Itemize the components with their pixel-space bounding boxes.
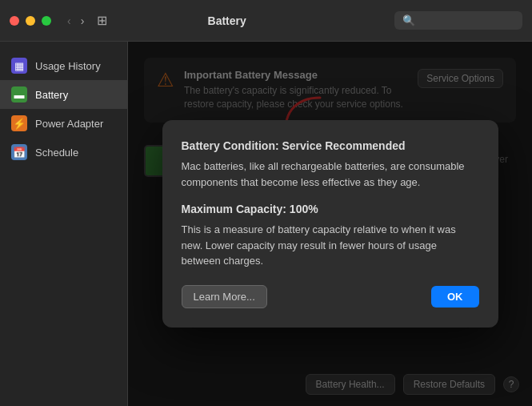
schedule-icon: 📅 <box>11 144 27 160</box>
modal-buttons: Learn More... OK <box>182 285 479 308</box>
sidebar-item-label: Schedule <box>35 147 78 159</box>
content-area: ⚠ Important Battery Message The battery'… <box>128 42 532 406</box>
traffic-lights <box>10 16 51 26</box>
main-area: ▦ Usage History ▬ Battery ⚡ Power Adapte… <box>0 42 532 406</box>
sidebar: ▦ Usage History ▬ Battery ⚡ Power Adapte… <box>0 42 128 406</box>
battery-icon: ▬ <box>11 86 27 103</box>
modal-capacity-title: Maximum Capacity: 100% <box>182 203 479 215</box>
modal-capacity-desc: This is a measure of battery capacity re… <box>182 222 479 269</box>
sidebar-item-label: Usage History <box>35 60 101 72</box>
power-adapter-icon: ⚡ <box>11 115 27 131</box>
close-button[interactable] <box>10 16 19 26</box>
minimize-button[interactable] <box>26 16 35 26</box>
search-bar[interactable]: 🔍 <box>394 11 522 30</box>
modal-condition-desc: Mac batteries, like all rechargeable bat… <box>182 159 479 190</box>
learn-more-button[interactable]: Learn More... <box>182 285 267 308</box>
sidebar-item-schedule[interactable]: 📅 Schedule <box>0 138 127 167</box>
window-title: Battery <box>59 14 394 27</box>
sidebar-item-power-adapter[interactable]: ⚡ Power Adapter <box>0 109 127 138</box>
modal-overlay: Battery Condition: Service Recommended M… <box>128 42 532 406</box>
usage-history-icon: ▦ <box>11 58 27 74</box>
sidebar-item-battery[interactable]: ▬ Battery <box>0 80 127 109</box>
ok-button[interactable]: OK <box>431 286 479 308</box>
titlebar: ‹ › ⊞ Battery 🔍 <box>0 0 532 42</box>
modal-dialog: Battery Condition: Service Recommended M… <box>162 120 498 328</box>
modal-condition-title: Battery Condition: Service Recommended <box>182 139 479 152</box>
sidebar-item-label: Power Adapter <box>35 118 103 130</box>
maximize-button[interactable] <box>42 16 51 26</box>
sidebar-item-usage-history[interactable]: ▦ Usage History <box>0 51 127 80</box>
search-icon: 🔍 <box>402 14 415 26</box>
search-input[interactable] <box>420 14 514 26</box>
sidebar-item-label: Battery <box>35 89 68 101</box>
